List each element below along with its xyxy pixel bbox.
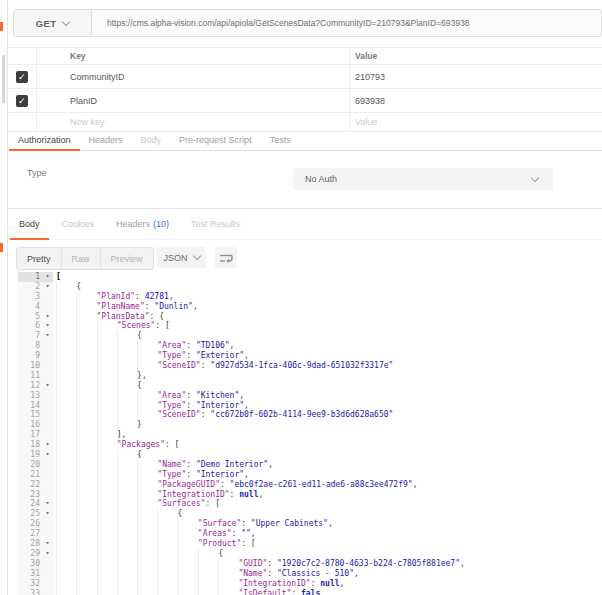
fold-toggle-icon[interactable]: ▾ [42,381,53,391]
url-input[interactable]: https://cms.alpha-vision.com/api/apiola/… [92,10,601,36]
line-number: 15 [18,410,42,420]
fold-toggle-icon[interactable]: ▾ [42,539,53,549]
indent-guide [76,410,96,420]
indent-guide [97,589,117,595]
code-line: 24▾"Surfaces": [ [18,499,602,509]
fold-toggle-icon[interactable]: ▾ [42,440,53,450]
tab-headers[interactable]: Headers [80,130,132,150]
raw-view-button[interactable]: Raw [62,248,101,269]
sidebar-accent-mark [0,22,3,31]
token: : [ [155,321,169,331]
token: : [186,351,196,361]
indent-guide [157,589,177,595]
code-line: 1▾[ [18,272,602,282]
indent-guide [137,579,157,589]
tab-body[interactable]: Body [132,130,171,150]
fold-gutter [42,391,53,401]
indent-guide [97,341,117,351]
indent-guide [97,440,117,450]
fold-toggle-icon[interactable]: ▾ [42,272,53,282]
line-number: 33 [18,589,42,595]
fold-toggle-icon[interactable]: ▾ [42,312,53,322]
param-value[interactable]: 693938 [350,89,602,112]
indent-guide [56,410,76,420]
indent-guide [117,559,137,569]
tab-tests[interactable]: Tests [261,130,300,150]
fold-toggle-icon[interactable]: ▾ [42,509,53,519]
indent-guide [56,549,76,559]
indent-guide [117,351,137,361]
indent-guide [76,292,96,302]
indent-guide [117,341,137,351]
token: : [ [241,539,255,549]
pretty-view-button[interactable]: Pretty [17,248,62,269]
fold-toggle-icon[interactable]: ▾ [42,282,53,292]
code-line: 18▾"Packages": [ [18,440,602,450]
code-text: "PlanName": "Dunlin", [53,302,198,312]
url-text: https://cms.alpha-vision.com/api/apiola/… [107,18,469,28]
tab-authorization[interactable]: Authorization [9,130,80,150]
indent-guide [198,549,218,559]
code-line: 10"SceneID": "d927d534-1fca-406c-9dad-65… [18,361,602,371]
line-number: 27 [18,529,42,539]
param-value[interactable]: 210793 [350,65,602,88]
code-line: 28▾"Product": [ [18,539,602,549]
indent-guide [117,529,137,539]
indent-guide [97,391,117,401]
indent-guide [157,519,177,529]
response-tab-cookies[interactable]: Cookies [53,209,104,239]
indent-guide [117,361,137,371]
token: , [244,470,249,480]
response-tab-body[interactable]: Body [10,209,49,239]
param-key[interactable]: CommunityID [37,65,350,88]
response-tab-headers[interactable]: Headers (10) [107,209,178,239]
line-number: 31 [18,569,42,579]
code-line: 4"PlanName": "Dunlin", [18,302,602,312]
fold-toggle-icon[interactable]: ▾ [42,499,53,509]
response-tab-test-results[interactable]: Test Results [182,209,249,239]
fold-toggle-icon[interactable]: ▾ [42,331,53,341]
line-number: 22 [18,480,42,490]
param-row: PlanID 693938 [8,89,602,113]
token: , [239,391,244,401]
indent-guide [76,331,96,341]
new-key-input[interactable] [70,117,335,127]
code-text: }, [53,371,147,381]
line-number: 6 [18,321,42,331]
indent-guide [178,569,198,579]
indent-guide [56,361,76,371]
code-editor[interactable]: 1▾[2▾{3"PlanId": 42781,4"PlanName": "Dun… [8,272,602,595]
token: , [328,519,333,529]
value-column-header: Value [350,48,602,64]
indent-guide [137,410,157,420]
indent-guide [137,391,157,401]
preview-view-button[interactable]: Preview [101,248,153,269]
line-number: 12 [18,381,42,391]
new-value-input[interactable] [355,117,590,127]
wrap-lines-button[interactable] [215,247,237,268]
code-text: { [53,381,142,391]
indent-guide [56,282,76,292]
fold-gutter [42,341,53,351]
method-dropdown[interactable]: GET [14,10,92,36]
fold-toggle-icon[interactable]: ▾ [42,450,53,460]
fold-toggle-icon[interactable]: ▾ [42,321,53,331]
param-enabled-checkbox[interactable] [16,95,28,107]
param-enabled-checkbox[interactable] [16,71,28,83]
fold-toggle-icon[interactable]: ▾ [42,549,53,559]
format-select[interactable]: JSON [157,247,206,268]
tab-prerequest-script[interactable]: Pre-request Script [170,130,261,150]
token: "Type" [157,470,186,480]
auth-type-select[interactable]: No Auth [293,168,553,190]
indent-guide [76,361,96,371]
param-key[interactable]: PlanID [37,89,350,112]
token: : [186,470,196,480]
indent-guide [178,539,198,549]
indent-guide [117,589,137,595]
indent-guide [76,490,96,500]
code-line: 3"PlanId": 42781, [18,292,602,302]
code-line: 8"Area": "TD106", [18,341,602,351]
indent-guide [178,589,198,595]
sidebar-scroll-thumb[interactable] [2,55,5,103]
token: : [ [206,499,220,509]
